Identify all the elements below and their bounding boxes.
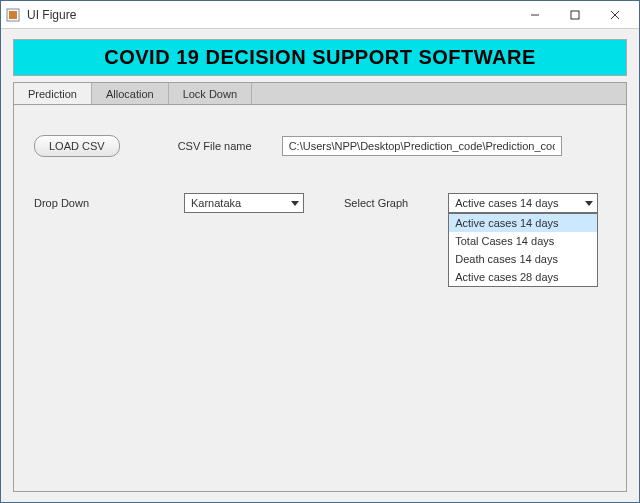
banner-title: COVID 19 DECISION SUPPORT SOFTWARE bbox=[104, 46, 536, 68]
dropdown-option[interactable]: Active cases 14 days bbox=[449, 214, 597, 232]
tab-strip: Prediction Allocation Lock Down bbox=[13, 82, 627, 104]
close-button[interactable] bbox=[595, 2, 635, 28]
tab-panel-prediction: LOAD CSV CSV File name Drop Down Karnata… bbox=[13, 104, 627, 492]
svg-rect-3 bbox=[571, 11, 579, 19]
csv-filename-label: CSV File name bbox=[178, 140, 252, 152]
app-icon bbox=[5, 7, 21, 23]
graph-select-dropdown: Active cases 14 days Total Cases 14 days… bbox=[448, 213, 598, 287]
app-window: UI Figure COVID 19 DECISION SUPPORT SOFT… bbox=[0, 0, 640, 503]
row-dropdowns: Drop Down Karnataka Select Graph Active … bbox=[34, 193, 606, 213]
graph-select-value: Active cases 14 days bbox=[455, 197, 558, 209]
tab-label: Allocation bbox=[106, 88, 154, 100]
minimize-button[interactable] bbox=[515, 2, 555, 28]
graph-select[interactable]: Active cases 14 days Active cases 14 day… bbox=[448, 193, 598, 213]
window-title: UI Figure bbox=[27, 8, 515, 22]
maximize-button[interactable] bbox=[555, 2, 595, 28]
titlebar: UI Figure bbox=[1, 1, 639, 29]
window-controls bbox=[515, 2, 635, 28]
select-graph-label: Select Graph bbox=[344, 197, 408, 209]
tab-label: Lock Down bbox=[183, 88, 237, 100]
tab-prediction[interactable]: Prediction bbox=[14, 83, 92, 105]
content-area: COVID 19 DECISION SUPPORT SOFTWARE Predi… bbox=[1, 29, 639, 502]
chevron-down-icon bbox=[585, 201, 593, 206]
row-csv: LOAD CSV CSV File name bbox=[34, 135, 606, 157]
state-select-value: Karnataka bbox=[191, 197, 241, 209]
chevron-down-icon bbox=[291, 201, 299, 206]
dropdown-option[interactable]: Total Cases 14 days bbox=[449, 232, 597, 250]
dropdown-label: Drop Down bbox=[34, 197, 114, 209]
banner: COVID 19 DECISION SUPPORT SOFTWARE bbox=[13, 39, 627, 76]
load-csv-button[interactable]: LOAD CSV bbox=[34, 135, 120, 157]
dropdown-option[interactable]: Active cases 28 days bbox=[449, 268, 597, 286]
state-select[interactable]: Karnataka bbox=[184, 193, 304, 213]
csv-filename-input[interactable] bbox=[282, 136, 562, 156]
tab-lockdown[interactable]: Lock Down bbox=[169, 83, 252, 104]
dropdown-option[interactable]: Death cases 14 days bbox=[449, 250, 597, 268]
tab-label: Prediction bbox=[28, 88, 77, 100]
tab-allocation[interactable]: Allocation bbox=[92, 83, 169, 104]
svg-rect-1 bbox=[9, 11, 17, 19]
